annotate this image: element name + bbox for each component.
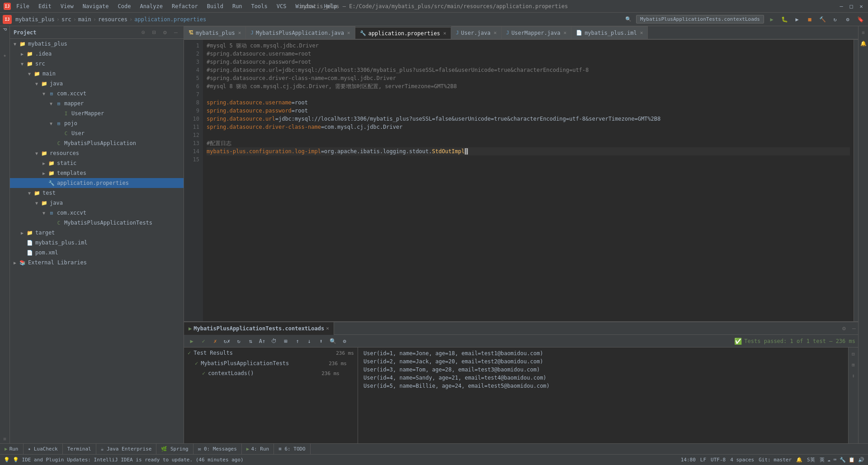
- run-tab[interactable]: ▶ MybatisPlusApplicationTests.contextLoa…: [184, 322, 334, 335]
- tree-item-mybatis-plus[interactable]: ▼ 📁 mybatis_plus: [10, 39, 184, 49]
- panel-settings-icon[interactable]: ⚙: [161, 28, 169, 37]
- run-panel-minimize-icon[interactable]: –: [850, 324, 858, 333]
- locate-file-icon[interactable]: ⊙: [139, 28, 147, 37]
- tree-item-app[interactable]: C MybatisPlusApplication: [10, 138, 184, 148]
- right-icon-notifications[interactable]: 🔔: [859, 39, 868, 48]
- test-result-method[interactable]: ✓ contextLoads() 236 ms: [184, 368, 358, 378]
- tool-tab-luacheck[interactable]: ✦ LuaCheck: [24, 444, 63, 455]
- status-encoding[interactable]: UTF-8: [711, 457, 726, 463]
- menu-view[interactable]: View: [59, 2, 75, 10]
- run-rerun-fail[interactable]: ↻✗: [222, 336, 232, 346]
- run-filter-pass[interactable]: ✓: [198, 336, 208, 346]
- status-ime-s[interactable]: S英: [807, 456, 815, 463]
- run-sort-alpha[interactable]: A↑: [257, 336, 267, 346]
- tree-item-application-properties[interactable]: 🔧 application.properties: [10, 178, 184, 188]
- test-result-class[interactable]: ✓ MybatisPlusApplicationTests 236 ms: [184, 358, 358, 368]
- breadcrumb-project[interactable]: mybatis_plus: [15, 16, 55, 23]
- tree-item-static[interactable]: ▶ 📁 static: [10, 158, 184, 168]
- editor-scrollbar[interactable]: [854, 40, 858, 321]
- tree-item-tests[interactable]: C MybatisPlusApplicationTests: [10, 218, 184, 228]
- maximize-button[interactable]: □: [848, 3, 854, 9]
- status-ime-icons[interactable]: 英 ☁ ⌨ 🔧 📋 🔊: [820, 456, 864, 463]
- run-again-button[interactable]: ▶: [187, 336, 197, 346]
- tool-tab-run2[interactable]: ▶ 4: Run: [242, 444, 274, 455]
- tab-mapper-close[interactable]: ✕: [564, 30, 567, 36]
- tool-tab-java-enterprise[interactable]: ☕ Java Enterprise: [96, 444, 157, 455]
- tab-mybatisplus-app[interactable]: J MybatisPlusApplication.java ✕: [246, 26, 355, 39]
- tab-app-close[interactable]: ✕: [347, 30, 350, 36]
- minimize-button[interactable]: –: [838, 3, 844, 9]
- editor-content[interactable]: 12345 678910 1112131415 #mysql 5 驱动 com.…: [184, 40, 858, 321]
- tree-item-java[interactable]: ▼ 📁 java: [10, 79, 184, 89]
- run-button[interactable]: ▶: [767, 14, 777, 24]
- project-panel-toggle[interactable]: P: [0, 28, 9, 31]
- collapse-all-icon[interactable]: ⊟: [150, 28, 158, 37]
- status-git[interactable]: Git: master: [759, 457, 792, 463]
- breadcrumb-src[interactable]: src: [61, 16, 71, 23]
- panel-close-icon[interactable]: –: [172, 28, 180, 37]
- status-lf[interactable]: LF: [700, 457, 706, 463]
- tab-usermapper-java[interactable]: J UserMapper.java ✕: [502, 26, 572, 39]
- tab-mybatis-plus-close[interactable]: ✕: [238, 30, 241, 36]
- breadcrumb-file[interactable]: application.properties: [134, 16, 206, 23]
- run-search-icon[interactable]: 🔍: [328, 336, 338, 346]
- tool-tab-spring[interactable]: 🌿 Spring: [156, 444, 193, 455]
- favorites-icon[interactable]: ★: [0, 51, 9, 60]
- status-notifications[interactable]: 🔔: [796, 457, 802, 463]
- tree-item-mapper[interactable]: ▼ ⊞ mapper: [10, 99, 184, 108]
- run-export-icon[interactable]: ⬆: [316, 336, 326, 346]
- tree-item-user[interactable]: C User: [10, 128, 184, 138]
- debug-button[interactable]: 🐛: [779, 14, 789, 24]
- tree-item-target[interactable]: ▶ 📁 target: [10, 228, 184, 238]
- tab-application-properties[interactable]: 🔧 application.properties ✕: [355, 27, 452, 40]
- code-editor[interactable]: #mysql 5 驱动 com.mysql.jdbc.Driver #sprin…: [203, 40, 854, 321]
- close-button[interactable]: ✕: [858, 3, 864, 9]
- run-up-arrow[interactable]: ↑: [292, 336, 302, 346]
- tree-item-templates[interactable]: ▶ 📁 templates: [10, 168, 184, 178]
- status-line-col[interactable]: 14:80: [681, 457, 696, 463]
- menu-edit[interactable]: Edit: [37, 2, 53, 10]
- run-right-icon-3[interactable]: ↕: [849, 371, 858, 380]
- tool-tab-run[interactable]: ▶ Run: [0, 444, 24, 455]
- bookmark-button[interactable]: 🔖: [855, 14, 865, 24]
- search-everywhere-icon[interactable]: 🔍: [625, 16, 632, 22]
- tree-item-src[interactable]: ▼ 📁 src: [10, 59, 184, 69]
- run-tab-close[interactable]: ✕: [326, 325, 329, 331]
- tree-item-iml[interactable]: 📄 mybatis_plus.iml: [10, 238, 184, 248]
- menu-analyze[interactable]: Analyze: [138, 2, 165, 10]
- menu-file[interactable]: File: [14, 2, 31, 10]
- settings-button[interactable]: ⚙: [843, 14, 853, 24]
- tree-item-test-com[interactable]: ▼ ⊞ com.xccvt: [10, 208, 184, 218]
- tab-user-close[interactable]: ✕: [494, 30, 497, 36]
- tree-item-test[interactable]: ▼ 📁 test: [10, 188, 184, 198]
- run-right-icon-1[interactable]: ⊟: [849, 349, 858, 358]
- tree-item-external-libs[interactable]: ▶ 📚 External Libraries: [10, 258, 184, 268]
- menu-vcs[interactable]: VCS: [275, 2, 288, 10]
- sync-button[interactable]: ↻: [830, 14, 840, 24]
- run-rerun-all[interactable]: ↻: [234, 336, 244, 346]
- tool-tab-messages[interactable]: ✉ 0: Messages: [193, 444, 242, 455]
- run-sort-icon[interactable]: ⇅: [245, 336, 255, 346]
- run-more-icon[interactable]: ⚙: [340, 336, 349, 346]
- tab-props-close[interactable]: ✕: [443, 30, 447, 36]
- tree-item-pojo[interactable]: ▼ ⊞ pojo: [10, 118, 184, 128]
- coverage-button[interactable]: ▶: [792, 14, 802, 24]
- run-filter-fail[interactable]: ✗: [210, 336, 220, 346]
- run-config-selector[interactable]: MybatisPlusApplicationTests.contextLoads: [636, 15, 764, 23]
- menu-navigate[interactable]: Navigate: [81, 2, 111, 10]
- tree-item-idea[interactable]: ▶ 📁 .idea: [10, 49, 184, 59]
- tree-item-test-java[interactable]: ▼ 📁 java: [10, 198, 184, 208]
- breadcrumb-main[interactable]: main: [78, 16, 91, 23]
- tab-user-java[interactable]: J User.java ✕: [451, 26, 501, 39]
- tab-iml[interactable]: 📄 mybatis_plus.iml ✕: [571, 26, 648, 39]
- tree-item-resources[interactable]: ▼ 📁 resources: [10, 148, 184, 158]
- tool-tab-todo[interactable]: ≡ 6: TODO: [274, 444, 311, 455]
- stop-button[interactable]: ■: [805, 14, 815, 24]
- status-indent[interactable]: 4 spaces: [730, 457, 754, 463]
- tab-iml-close[interactable]: ✕: [640, 30, 643, 36]
- test-result-root[interactable]: ✓ Test Results 236 ms: [184, 348, 358, 358]
- tree-item-main[interactable]: ▼ 📁 main: [10, 69, 184, 79]
- tree-item-com-xccvt[interactable]: ▼ ⊞ com.xccvt: [10, 89, 184, 99]
- menu-code[interactable]: Code: [116, 2, 133, 10]
- breadcrumb-resources[interactable]: resources: [98, 16, 127, 23]
